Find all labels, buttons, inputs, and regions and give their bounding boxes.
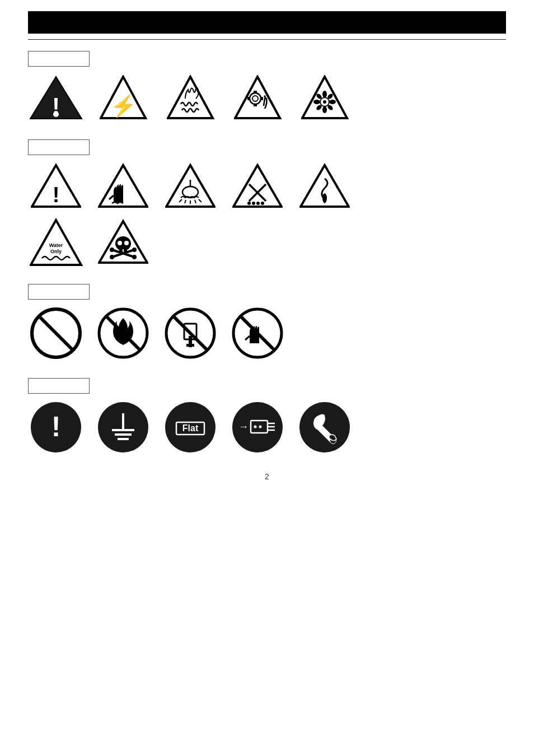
svg-line-31: [185, 200, 186, 203]
no-insert-icon: [162, 305, 218, 361]
svg-text:⚡: ⚡: [110, 93, 137, 119]
section-2: !: [28, 139, 506, 267]
water-only-icon: Water Only: [28, 217, 84, 267]
svg-marker-5: [168, 77, 213, 118]
svg-point-56: [132, 248, 137, 252]
svg-line-59: [39, 316, 73, 350]
svg-rect-11: [247, 97, 250, 100]
section-1: ! ⚡: [28, 51, 506, 123]
section-1-label: [28, 51, 90, 67]
brush-sparks-icon: [162, 161, 218, 211]
svg-point-8: [252, 96, 258, 101]
svg-marker-35: [233, 165, 282, 207]
svg-point-41: [261, 202, 264, 205]
svg-point-83: [259, 425, 261, 428]
svg-text:!: !: [53, 183, 60, 207]
svg-point-17: [322, 106, 327, 113]
toxic-icon: [95, 217, 151, 267]
prohibited-icon: [28, 305, 84, 361]
moving-parts-hazard-icon: [229, 72, 285, 123]
svg-rect-65: [186, 344, 194, 347]
svg-point-87: [299, 402, 350, 452]
flower-hazard-icon: [297, 72, 353, 123]
header-bar: [28, 11, 506, 34]
svg-point-28: [182, 186, 198, 198]
svg-point-7: [250, 93, 261, 104]
heat-hazard-icon: [162, 72, 218, 123]
connector-icon: →: [229, 399, 285, 455]
svg-point-16: [322, 91, 327, 97]
warning-outline-icon: !: [28, 161, 84, 211]
section-2-icons-row2: Water Only: [28, 217, 506, 267]
section-3-label: [28, 284, 90, 300]
section-2-icons-row1: !: [28, 161, 506, 211]
no-touch-icon: [229, 305, 285, 361]
svg-text:!: !: [51, 411, 60, 442]
svg-point-15: [323, 100, 326, 104]
ground-symbol-icon: [95, 399, 151, 455]
svg-point-49: [124, 241, 129, 245]
section-3-icons: [28, 305, 506, 361]
svg-text:Flat: Flat: [182, 423, 198, 433]
section-2-label: [28, 139, 90, 155]
electrical-components-icon: [229, 161, 285, 211]
page: ! ⚡: [0, 0, 534, 756]
svg-rect-10: [254, 104, 257, 106]
svg-rect-12: [260, 97, 263, 100]
svg-point-2: [53, 111, 59, 117]
svg-line-30: [179, 199, 182, 202]
svg-text:Water: Water: [49, 242, 63, 248]
divider-top: [28, 39, 506, 40]
svg-point-18: [313, 100, 320, 104]
svg-line-34: [199, 199, 202, 202]
section-4-label: [28, 378, 90, 394]
section-4-icons: ! Flat: [28, 399, 506, 455]
electric-hazard-icon: ⚡: [95, 72, 151, 123]
liquid-drain-icon: [297, 161, 353, 211]
svg-rect-9: [254, 91, 257, 94]
svg-point-19: [329, 100, 336, 104]
tool-required-icon: [297, 399, 353, 455]
svg-text:→: →: [238, 421, 249, 432]
svg-point-40: [256, 202, 260, 205]
no-fire-icon: [95, 305, 151, 361]
page-number: 2: [28, 472, 506, 481]
section-4: ! Flat: [28, 378, 506, 455]
svg-point-48: [118, 241, 122, 245]
svg-point-54: [110, 255, 114, 259]
svg-point-38: [247, 202, 251, 205]
hot-surface-icon: [95, 161, 151, 211]
flat-cable-icon: Flat: [162, 399, 218, 455]
mandatory-exclamation-icon: !: [28, 399, 84, 455]
section-1-icons: ! ⚡: [28, 72, 506, 123]
svg-point-57: [110, 248, 114, 252]
svg-line-68: [240, 316, 275, 351]
svg-point-55: [132, 255, 137, 259]
general-warning-icon: !: [28, 72, 84, 123]
svg-point-82: [254, 425, 256, 428]
svg-point-39: [252, 202, 255, 205]
svg-text:Only: Only: [50, 249, 61, 254]
svg-line-33: [195, 200, 196, 203]
section-3: [28, 284, 506, 361]
